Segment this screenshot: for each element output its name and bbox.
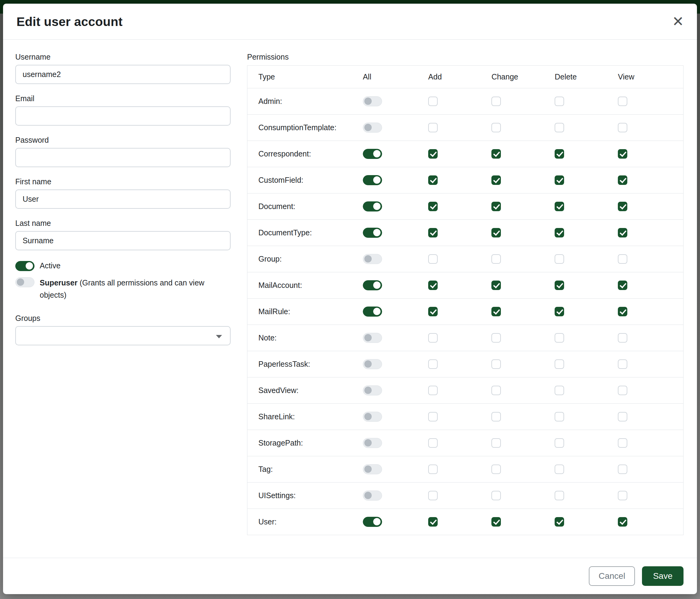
permission-add-checkbox[interactable] <box>428 254 438 264</box>
permission-add-checkbox[interactable] <box>428 97 438 106</box>
permission-view-checkbox[interactable] <box>618 123 627 132</box>
permission-change-checkbox[interactable] <box>492 307 501 316</box>
permission-view-checkbox[interactable] <box>618 359 627 369</box>
permission-view-checkbox[interactable] <box>618 333 627 342</box>
permission-all-toggle[interactable] <box>363 280 382 290</box>
permission-all-toggle[interactable] <box>363 464 382 474</box>
permission-add-checkbox[interactable] <box>428 517 438 527</box>
permission-all-toggle[interactable] <box>363 175 382 185</box>
permission-delete-checkbox[interactable] <box>555 175 564 185</box>
permission-all-toggle[interactable] <box>363 412 382 422</box>
permission-view-checkbox[interactable] <box>618 281 627 290</box>
permission-delete-checkbox[interactable] <box>555 438 564 448</box>
save-button[interactable]: Save <box>642 566 683 586</box>
permission-view-checkbox[interactable] <box>618 202 627 211</box>
permission-change-checkbox[interactable] <box>492 281 501 290</box>
first-name-input[interactable] <box>15 190 231 209</box>
permission-add-checkbox[interactable] <box>428 228 438 237</box>
permission-view-checkbox[interactable] <box>618 254 627 264</box>
permission-view-checkbox[interactable] <box>618 386 627 395</box>
permission-all-toggle[interactable] <box>363 201 382 212</box>
permission-delete-checkbox[interactable] <box>555 228 564 237</box>
permission-all-toggle[interactable] <box>363 333 382 343</box>
permission-change-checkbox[interactable] <box>492 175 501 185</box>
superuser-toggle[interactable] <box>15 277 34 287</box>
permission-view-checkbox[interactable] <box>618 307 627 316</box>
permission-delete-checkbox[interactable] <box>555 412 564 422</box>
permission-delete-checkbox[interactable] <box>555 517 564 527</box>
permission-view-checkbox[interactable] <box>618 412 627 422</box>
permission-change-checkbox[interactable] <box>492 438 501 448</box>
permission-change-checkbox[interactable] <box>492 228 501 237</box>
permission-all-toggle[interactable] <box>363 385 382 396</box>
permission-all-toggle[interactable] <box>363 96 382 106</box>
permission-change-checkbox[interactable] <box>492 254 501 264</box>
permission-add-checkbox[interactable] <box>428 149 438 159</box>
permission-all-toggle[interactable] <box>363 307 382 317</box>
permission-delete-checkbox[interactable] <box>555 386 564 395</box>
permission-all-toggle[interactable] <box>363 517 382 527</box>
permission-delete-checkbox[interactable] <box>555 464 564 474</box>
permission-change-checkbox[interactable] <box>492 123 501 132</box>
permission-add-checkbox[interactable] <box>428 359 438 369</box>
permission-view-checkbox[interactable] <box>618 149 627 159</box>
permission-delete-checkbox[interactable] <box>555 307 564 316</box>
permission-all-toggle[interactable] <box>363 490 382 501</box>
permission-add-checkbox[interactable] <box>428 307 438 316</box>
permission-all-toggle[interactable] <box>363 149 382 159</box>
permission-change-checkbox[interactable] <box>492 517 501 527</box>
username-input[interactable] <box>15 65 231 84</box>
permission-all-toggle[interactable] <box>363 228 382 238</box>
permission-change-checkbox[interactable] <box>492 386 501 395</box>
permission-view-checkbox[interactable] <box>618 228 627 237</box>
permission-view-checkbox[interactable] <box>618 464 627 474</box>
active-toggle[interactable] <box>15 261 34 271</box>
permissions-label: Permissions <box>247 53 683 62</box>
permission-change-checkbox[interactable] <box>492 491 501 500</box>
permission-change-checkbox[interactable] <box>492 149 501 159</box>
table-row: Note: <box>247 325 683 351</box>
permission-add-checkbox[interactable] <box>428 175 438 185</box>
permission-add-checkbox[interactable] <box>428 464 438 474</box>
permission-delete-checkbox[interactable] <box>555 359 564 369</box>
permission-delete-checkbox[interactable] <box>555 149 564 159</box>
permission-change-checkbox[interactable] <box>492 359 501 369</box>
permission-delete-checkbox[interactable] <box>555 254 564 264</box>
password-input[interactable] <box>15 148 231 167</box>
email-input[interactable] <box>15 106 231 126</box>
permission-all-toggle[interactable] <box>363 438 382 448</box>
permission-add-checkbox[interactable] <box>428 412 438 422</box>
permission-delete-checkbox[interactable] <box>555 123 564 132</box>
permission-add-checkbox[interactable] <box>428 386 438 395</box>
permission-change-checkbox[interactable] <box>492 202 501 211</box>
cancel-button[interactable]: Cancel <box>589 566 635 586</box>
permission-change-checkbox[interactable] <box>492 412 501 422</box>
permission-all-toggle[interactable] <box>363 359 382 369</box>
permission-change-checkbox[interactable] <box>492 97 501 106</box>
permission-all-toggle[interactable] <box>363 123 382 133</box>
close-icon[interactable]: ✕ <box>670 13 686 30</box>
email-field-group: Email <box>15 94 231 126</box>
permission-add-checkbox[interactable] <box>428 333 438 342</box>
permission-view-checkbox[interactable] <box>618 175 627 185</box>
permission-delete-checkbox[interactable] <box>555 281 564 290</box>
permission-type-label: CustomField: <box>247 167 363 193</box>
permission-add-checkbox[interactable] <box>428 491 438 500</box>
permission-view-checkbox[interactable] <box>618 517 627 527</box>
permission-add-checkbox[interactable] <box>428 123 438 132</box>
permission-change-checkbox[interactable] <box>492 333 501 342</box>
groups-select[interactable] <box>15 326 231 345</box>
permission-delete-checkbox[interactable] <box>555 333 564 342</box>
permission-delete-checkbox[interactable] <box>555 491 564 500</box>
permission-view-checkbox[interactable] <box>618 491 627 500</box>
permission-delete-checkbox[interactable] <box>555 202 564 211</box>
permission-change-checkbox[interactable] <box>492 464 501 474</box>
permission-add-checkbox[interactable] <box>428 438 438 448</box>
last-name-input[interactable] <box>15 231 231 250</box>
permission-add-checkbox[interactable] <box>428 202 438 211</box>
permission-view-checkbox[interactable] <box>618 97 627 106</box>
permission-delete-checkbox[interactable] <box>555 97 564 106</box>
permission-add-checkbox[interactable] <box>428 281 438 290</box>
permission-view-checkbox[interactable] <box>618 438 627 448</box>
permission-all-toggle[interactable] <box>363 254 382 264</box>
